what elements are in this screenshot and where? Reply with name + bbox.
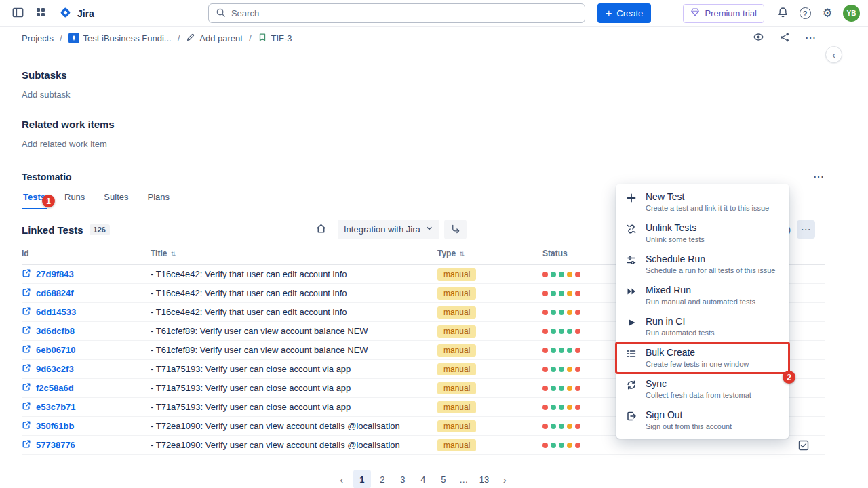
integration-select[interactable]: Integration with Jira (338, 220, 439, 239)
test-id-link[interactable]: 27d9f843 (22, 268, 151, 280)
premium-trial-button[interactable]: Premium trial (683, 4, 764, 23)
tab-plans[interactable]: Plans (146, 189, 172, 209)
pagination-page-2[interactable]: 2 (374, 470, 391, 488)
pagination-next[interactable]: › (496, 470, 513, 488)
status-dot (567, 310, 572, 315)
status-dot (559, 329, 564, 334)
column-id[interactable]: Id (22, 249, 151, 258)
app-grid-icon (35, 7, 46, 20)
menu-item-mixed-run[interactable]: Mixed RunRun manual and automated tests (616, 280, 789, 311)
menu-item-subtitle: Create a test and link it it to this iss… (646, 204, 769, 213)
status-dot (575, 443, 580, 448)
share-button[interactable] (779, 32, 790, 45)
status-dot (542, 348, 548, 353)
test-title: - T16ce4e42: Verify that user can edit a… (151, 307, 437, 317)
pagination-page-1[interactable]: 1 (353, 470, 371, 488)
create-button[interactable]: + Create (597, 3, 651, 23)
status-dot (575, 367, 580, 372)
menu-item-new-test[interactable]: New TestCreate a test and link it it to … (616, 186, 789, 218)
status-dot (542, 329, 548, 334)
menu-item-text: Bulk CreateCreate few tests in one windo… (646, 347, 749, 369)
test-title: - T61cfef89: Verify user can view accoun… (151, 326, 437, 336)
status-dot (559, 367, 564, 372)
pagination-page-4[interactable]: 4 (414, 470, 432, 488)
chevron-left-icon: ‹ (832, 49, 835, 60)
status-dot (551, 405, 556, 410)
test-id-link[interactable]: cd68824f (22, 287, 151, 299)
sort-icon: ⇅ (170, 251, 176, 258)
testomatio-heading: Testomatio (22, 171, 72, 182)
sidebar-toggle-button[interactable] (8, 4, 27, 23)
menu-item-run-in-ci[interactable]: Run in CIRun automated tests (616, 311, 789, 342)
type-badge: manual (437, 420, 476, 432)
testomatio-more-button[interactable]: ⋯ (813, 171, 825, 182)
jira-home-link[interactable]: Jira (54, 5, 98, 22)
status-dot (542, 443, 548, 448)
tab-runs[interactable]: Runs (63, 189, 86, 209)
tab-suites[interactable]: Suites (102, 189, 130, 209)
test-type-cell: manual (437, 344, 542, 357)
test-id-link[interactable]: 3d6dcfb8 (22, 325, 151, 337)
ellipsis-icon: ⋯ (801, 224, 812, 236)
breadcrumb-project[interactable]: Test iBusiness Fundi... (68, 33, 172, 43)
checklist-button[interactable] (797, 439, 810, 453)
breadcrumb-projects[interactable]: Projects (22, 33, 54, 43)
branch-button[interactable] (444, 220, 467, 239)
add-parent-button[interactable]: Add parent (186, 33, 243, 44)
linked-tests-more-button[interactable]: ⋯ (797, 220, 815, 239)
notifications-button[interactable] (773, 4, 792, 23)
sidebar-toggle-icon (12, 6, 24, 21)
add-related-item-button[interactable]: Add related work item (22, 139, 825, 149)
external-link-icon (22, 306, 31, 318)
menu-item-sign-out[interactable]: Sign OutSign out from this account (616, 405, 789, 436)
test-id-link[interactable]: f2c58a6d (22, 382, 151, 394)
user-avatar[interactable]: YB (843, 5, 860, 22)
test-type-cell: manual (437, 401, 542, 413)
add-subtask-button[interactable]: Add subtask (22, 89, 825, 100)
search-bar[interactable] (208, 3, 585, 23)
menu-item-unlink-tests[interactable]: Unlink TestsUnlink some tests (616, 218, 789, 249)
external-link-icon (22, 439, 31, 451)
plus-icon: + (606, 8, 612, 19)
home-button[interactable] (309, 220, 333, 239)
settings-button[interactable]: ⚙ (818, 4, 837, 23)
status-dot (567, 329, 572, 334)
test-id-link[interactable]: 57738776 (22, 439, 151, 451)
bookmark-icon (258, 33, 267, 44)
help-button[interactable]: ? (795, 4, 814, 23)
column-title[interactable]: Title⇅ (151, 249, 437, 258)
pagination-prev[interactable]: ‹ (333, 470, 351, 488)
home-icon (315, 223, 327, 237)
menu-item-subtitle: Create few tests in one window (646, 360, 749, 369)
menu-item-bulk-create[interactable]: Bulk CreateCreate few tests in one windo… (616, 342, 789, 373)
breadcrumb-issue-key[interactable]: TIF-3 (258, 33, 292, 44)
premium-trial-label: Premium trial (705, 8, 757, 18)
menu-item-subtitle: Unlink some tests (646, 235, 705, 244)
test-id-link[interactable]: e53c7b71 (22, 401, 151, 413)
pagination-page-13[interactable]: 13 (475, 470, 493, 488)
test-title: - T71a75193: Verify user can close accou… (151, 364, 437, 374)
test-id-link[interactable]: 6dd14533 (22, 306, 151, 318)
pagination-page-5[interactable]: 5 (435, 470, 452, 488)
menu-item-schedule-run[interactable]: Schedule RunSchedule a run for all tests… (616, 249, 789, 280)
status-dot (575, 386, 580, 391)
app-switcher-button[interactable] (31, 4, 50, 23)
test-id-link[interactable]: 6eb06710 (22, 344, 151, 356)
annotation-step-1: 1 (42, 195, 55, 207)
status-dot (575, 272, 580, 277)
menu-item-subtitle: Collect fresh data from testomat (646, 391, 751, 400)
breadcrumb-separator: / (60, 33, 62, 43)
pagination-page-3[interactable]: 3 (394, 470, 412, 488)
menu-item-subtitle: Run manual and automated tests (646, 298, 755, 306)
test-id-link[interactable]: 9d63c2f3 (22, 363, 151, 375)
collapse-panel-button[interactable]: ‹ (825, 46, 842, 63)
test-type-cell: manual (437, 363, 542, 375)
linked-tests-count-badge: 126 (90, 224, 110, 235)
menu-item-sync[interactable]: SyncCollect fresh data from testomat (616, 373, 789, 405)
search-input[interactable] (231, 8, 578, 18)
test-id-link[interactable]: 350f61bb (22, 420, 151, 432)
issue-more-button[interactable]: ⋯ (805, 33, 816, 43)
column-type[interactable]: Type⇅ (437, 249, 542, 258)
gear-icon: ⚙ (822, 7, 832, 19)
watch-button[interactable] (753, 31, 764, 45)
